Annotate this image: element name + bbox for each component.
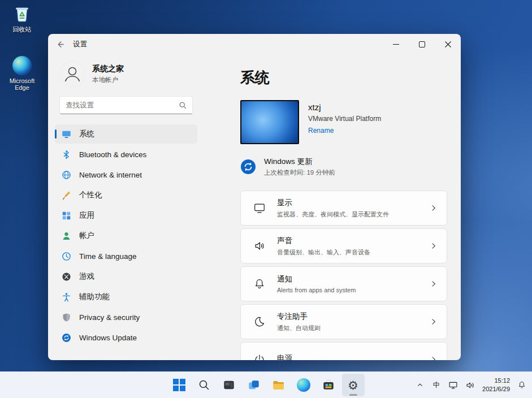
- back-arrow-icon: [56, 40, 64, 49]
- card-subtitle: 监视器、亮度、夜间模式、显示配置文件: [277, 210, 418, 219]
- close-button[interactable]: [435, 34, 461, 54]
- store-bag-icon: [322, 379, 335, 391]
- nav-item-accessibility[interactable]: 辅助功能: [55, 287, 197, 306]
- nav-label: 辅助功能: [79, 292, 110, 302]
- card-subtitle: Alerts from apps and system: [277, 287, 418, 293]
- card-title: 声音: [277, 236, 418, 246]
- card-display[interactable]: 显示 监视器、亮度、夜间模式、显示配置文件: [240, 191, 447, 226]
- nav-label: 应用: [79, 210, 94, 220]
- gear-icon: ⚙: [348, 379, 358, 391]
- chevron-up-icon: [417, 382, 423, 388]
- settings-button[interactable]: ⚙: [342, 374, 365, 396]
- selected-accent-bar: [55, 129, 57, 139]
- titlebar: 设置: [48, 34, 461, 54]
- taskbar-search-button[interactable]: [193, 374, 215, 396]
- network-icon: [448, 380, 458, 390]
- nav-item-system[interactable]: 系统: [55, 124, 197, 144]
- power-icon: [253, 353, 266, 360]
- settings-sidebar: 系统之家 本地帐户: [48, 54, 204, 360]
- nav-label: Windows Update: [79, 334, 137, 342]
- volume-tray-button[interactable]: [462, 374, 478, 396]
- desktop-icon-label: Microsoft Edge: [2, 77, 42, 91]
- card-title: 显示: [277, 198, 418, 208]
- tray-date: 2021/6/29: [482, 385, 510, 393]
- edge-icon: [12, 55, 32, 76]
- personalization-brush-icon: [62, 191, 71, 200]
- settings-window: 设置: [48, 34, 461, 360]
- bluetooth-icon: [62, 150, 71, 159]
- card-title: 通知: [277, 274, 418, 284]
- nav-label: Bluetooth & devices: [79, 150, 146, 159]
- user-name: 系统之家: [92, 64, 124, 74]
- desktop-icon-microsoft-edge[interactable]: Microsoft Edge: [2, 55, 42, 91]
- nav-item-network-internet[interactable]: Network & internet: [55, 165, 197, 184]
- rename-link[interactable]: Rename: [308, 127, 381, 135]
- device-name: xtzj: [308, 102, 381, 112]
- account-block[interactable]: 系统之家 本地帐户: [55, 59, 197, 89]
- card-focus-assist[interactable]: 专注助手 通知、自动规则: [240, 304, 447, 339]
- accessibility-person-icon: [62, 292, 71, 302]
- nav-item-bluetooth-devices[interactable]: Bluetooth & devices: [55, 145, 197, 164]
- system-tray: 中 15:12 2021/6/29: [412, 374, 530, 396]
- file-explorer-button[interactable]: [267, 374, 290, 396]
- device-thumbnail: [240, 100, 299, 144]
- update-icon: [240, 159, 256, 175]
- settings-nav: 系统 Bluetooth & devices Network & interne…: [55, 124, 197, 347]
- nav-item-accounts[interactable]: 帐户: [55, 226, 197, 245]
- search-icon: [198, 379, 210, 391]
- windows-update-icon: [62, 333, 71, 343]
- nav-label: 游戏: [79, 271, 94, 282]
- task-view-button[interactable]: [243, 374, 265, 396]
- chevron-right-icon: [430, 242, 438, 250]
- page-title: 系统: [240, 68, 447, 88]
- desktop-icon-recycle-bin[interactable]: 回收站: [2, 3, 42, 34]
- store-button[interactable]: [317, 374, 340, 396]
- settings-main: 系统 xtzj VMware Virtual Platform Rename: [204, 54, 461, 360]
- chevron-right-icon: [430, 356, 438, 360]
- accounts-person-icon: [62, 231, 71, 241]
- ime-indicator[interactable]: 中: [429, 374, 444, 396]
- nav-label: Network & internet: [79, 171, 142, 179]
- update-title: Windows 更新: [264, 157, 335, 167]
- card-notifications[interactable]: 通知 Alerts from apps and system: [240, 266, 447, 301]
- card-power[interactable]: 电源: [240, 342, 447, 360]
- nav-item-apps[interactable]: 应用: [55, 206, 197, 225]
- network-tray-button[interactable]: [445, 374, 461, 396]
- chevron-right-icon: [430, 204, 438, 212]
- device-summary: xtzj VMware Virtual Platform Rename: [240, 100, 447, 144]
- maximize-button[interactable]: [409, 34, 435, 54]
- widgets-button[interactable]: [218, 374, 240, 396]
- clock[interactable]: 15:12 2021/6/29: [479, 377, 513, 394]
- nav-item-gaming[interactable]: 游戏: [55, 267, 197, 286]
- card-subtitle: 音量级别、输出、输入、声音设备: [277, 248, 418, 257]
- start-button[interactable]: [168, 374, 191, 396]
- nav-label: Privacy & security: [79, 313, 140, 322]
- nav-label: 个性化: [79, 190, 102, 200]
- bell-icon: [253, 278, 266, 290]
- back-button[interactable]: [48, 34, 72, 54]
- window-title: 设置: [73, 40, 87, 49]
- card-subtitle: 通知、自动规则: [277, 324, 418, 332]
- clock-icon: [62, 252, 71, 261]
- nav-item-time-language[interactable]: Time & language: [55, 246, 197, 266]
- card-sound[interactable]: 声音 音量级别、输出、输入、声音设备: [240, 228, 447, 263]
- avatar: [59, 61, 85, 87]
- nav-label: 帐户: [79, 231, 94, 241]
- tray-chevron-up[interactable]: [412, 374, 428, 396]
- crescent-moon-icon: [253, 315, 266, 328]
- search-input[interactable]: [66, 101, 179, 109]
- card-title: 电源: [277, 353, 418, 360]
- nav-item-windows-update[interactable]: Windows Update: [55, 328, 197, 347]
- windows-update-status[interactable]: Windows 更新 上次检查时间: 19 分钟前: [240, 157, 447, 177]
- nav-label: Time & language: [79, 252, 137, 261]
- taskbar: ⚙ 中 15:12 2021/6/29: [0, 371, 532, 398]
- minimize-button[interactable]: [383, 34, 409, 54]
- chevron-right-icon: [430, 318, 438, 326]
- update-status: 上次检查时间: 19 分钟前: [264, 168, 335, 177]
- notification-center-button[interactable]: [514, 374, 530, 396]
- edge-button[interactable]: [292, 374, 315, 396]
- settings-search[interactable]: [59, 96, 193, 114]
- nav-item-personalization[interactable]: 个性化: [55, 185, 197, 205]
- nav-item-privacy-security[interactable]: Privacy & security: [55, 308, 197, 327]
- xbox-icon: [62, 272, 71, 282]
